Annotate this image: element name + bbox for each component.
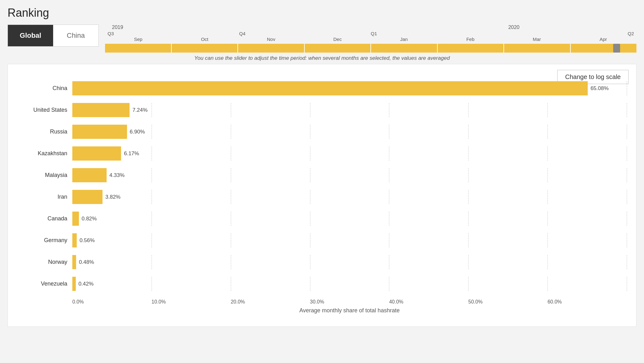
grid-line <box>389 190 389 204</box>
grid-line <box>152 277 152 291</box>
top-section: Global China 2019 2020 Q3 Q4 Q1 Q2 Sep O… <box>8 25 636 53</box>
bar-fill <box>72 190 103 204</box>
bar-container: 0.56% <box>72 233 627 247</box>
grid-line <box>627 277 627 291</box>
bar-fill <box>72 81 588 95</box>
grid-line <box>468 103 469 117</box>
bar-country-label: Kazakhstan <box>17 150 72 157</box>
bar-container: 0.42% <box>72 277 627 291</box>
bar-country-label: United States <box>17 107 72 113</box>
grid-line <box>310 168 310 182</box>
bar-value-label: 0.56% <box>80 237 95 244</box>
grid-line <box>310 103 310 117</box>
x-axis-label: 20.0% <box>231 299 310 305</box>
grid-line <box>310 277 310 291</box>
grid-line <box>152 255 152 269</box>
bar-country-label: Malaysia <box>17 172 72 179</box>
month-oct: Oct <box>171 37 238 42</box>
bar-row: Russia6.90% <box>17 122 627 142</box>
grid-line <box>547 190 548 204</box>
x-axis-label: 10.0% <box>152 299 231 305</box>
grid-line <box>310 233 310 247</box>
grid-line <box>231 277 231 291</box>
grid-line <box>231 255 231 269</box>
quarter-q2: Q2 <box>502 31 637 36</box>
bar-row: Malaysia4.33% <box>17 165 627 185</box>
global-button[interactable]: Global <box>8 25 53 46</box>
bar-country-label: Venezuela <box>17 281 72 287</box>
bar-value-label: 7.24% <box>132 107 147 113</box>
slider-left-handle[interactable] <box>613 44 620 53</box>
grid-line <box>547 146 548 161</box>
china-button[interactable]: China <box>53 25 98 46</box>
bar-country-label: Russia <box>17 128 72 135</box>
chart-section: Change to log scale China65.08%United St… <box>8 64 636 327</box>
slider-segment-7 <box>504 44 571 53</box>
bar-row: Kazakhstan6.17% <box>17 143 627 164</box>
bar-fill <box>72 277 76 291</box>
grid-line <box>310 190 310 204</box>
month-feb: Feb <box>437 37 503 42</box>
bar-row: China65.08% <box>17 78 627 99</box>
grid-line <box>547 125 548 139</box>
bar-country-label: Iran <box>17 194 72 200</box>
grid-line <box>231 233 231 247</box>
bar-container: 4.33% <box>72 168 627 182</box>
quarter-q3: Q3 <box>105 31 239 36</box>
quarter-q1: Q1 <box>371 31 502 36</box>
grid-line <box>468 125 469 139</box>
x-axis-label: 0.0% <box>72 299 152 305</box>
grid-line <box>468 255 469 269</box>
grid-line <box>389 103 389 117</box>
bar-country-label: Norway <box>17 259 72 265</box>
grid-line <box>547 233 548 247</box>
timeline-year-labels: 2019 2020 <box>105 25 636 30</box>
grid-line <box>627 255 627 269</box>
grid-line <box>468 146 469 161</box>
x-axis-title: Average monthly share of total hashrate <box>72 307 627 314</box>
grid-line <box>468 212 469 226</box>
grid-line <box>389 277 389 291</box>
grid-line <box>468 190 469 204</box>
grid-line <box>389 212 389 226</box>
page-title: Ranking <box>8 6 636 20</box>
bar-fill <box>72 233 77 247</box>
grid-line <box>231 168 231 182</box>
month-jan: Jan <box>371 37 437 42</box>
bar-container: 3.82% <box>72 190 627 204</box>
grid-line <box>389 255 389 269</box>
bar-value-label: 6.17% <box>124 150 139 157</box>
grid-line <box>231 190 231 204</box>
grid-line <box>310 255 310 269</box>
timeline-slider[interactable] <box>105 44 636 53</box>
grid-line <box>627 212 627 226</box>
bar-value-label: 0.82% <box>81 216 97 222</box>
bar-value-label: 0.48% <box>79 259 94 265</box>
x-axis-label: 30.0% <box>310 299 389 305</box>
quarter-q4: Q4 <box>239 31 371 36</box>
slider-segment-5 <box>371 44 438 53</box>
grid-line <box>231 125 231 139</box>
bar-value-label: 4.33% <box>109 172 125 179</box>
grid-line <box>152 103 152 117</box>
grid-line <box>627 168 627 182</box>
bar-row: Venezuela0.42% <box>17 274 627 294</box>
month-sep: Sep <box>105 37 171 42</box>
bar-row: Iran3.82% <box>17 187 627 207</box>
bar-container: 65.08% <box>72 81 627 95</box>
slider-segment-6 <box>438 44 504 53</box>
grid-line <box>152 125 152 139</box>
grid-line <box>231 212 231 226</box>
grid-line <box>468 168 469 182</box>
grid-line <box>468 233 469 247</box>
x-axis-label: 40.0% <box>389 299 468 305</box>
bar-value-label: 3.82% <box>105 194 120 200</box>
bar-chart: China65.08%United States7.24%Russia6.90%… <box>17 78 627 295</box>
grid-line <box>627 233 627 247</box>
grid-line <box>389 168 389 182</box>
month-nov: Nov <box>238 37 304 42</box>
year-2019: 2019 <box>112 25 123 30</box>
grid-line <box>152 146 152 161</box>
grid-line <box>627 146 627 161</box>
bar-country-label: China <box>17 85 72 92</box>
